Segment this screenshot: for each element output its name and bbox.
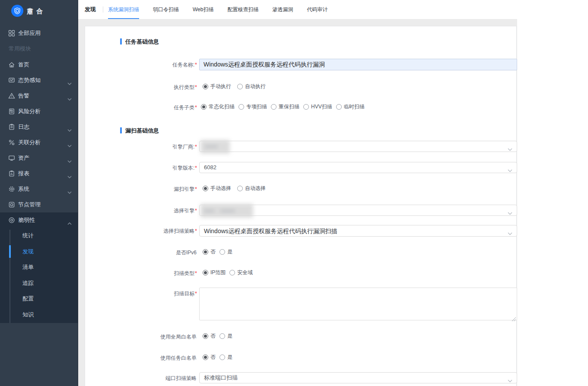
radio-option[interactable]: 是 xyxy=(219,248,232,256)
sidebar-subitem-inventory[interactable]: 清单 xyxy=(0,259,78,275)
content-background: 任务基础信息 任务名称:* 执行类型* 手动执行自动执行 任务子类* 常态化扫描… xyxy=(78,19,517,386)
home-icon xyxy=(8,61,15,68)
form-panel: 任务基础信息 任务名称:* 执行类型* 手动执行自动执行 任务子类* 常态化扫描… xyxy=(85,26,517,386)
sidebar-item-logs[interactable]: 日志 xyxy=(0,119,78,135)
brand-shield-icon xyxy=(11,5,23,17)
sidebar-subitem-tracking[interactable]: 追踪 xyxy=(0,275,78,291)
radio-unselected-icon xyxy=(219,354,225,360)
chevron-down-icon xyxy=(67,95,72,97)
radio-option[interactable]: 否 xyxy=(203,332,216,340)
sidebar-item-system[interactable]: 系统 xyxy=(0,181,78,197)
radio-option[interactable]: 自动选择 xyxy=(237,185,266,192)
radio-option[interactable]: 临时扫描 xyxy=(336,103,365,111)
radio-unselected-icon xyxy=(219,249,225,255)
sidebar-item-alerts[interactable]: 告警 xyxy=(0,88,78,104)
radio-option[interactable]: 否 xyxy=(203,248,216,256)
radio-unselected-icon xyxy=(238,104,244,110)
chevron-down-icon xyxy=(508,145,512,148)
sidebar-subitem-discovery[interactable]: 发现 xyxy=(0,244,78,259)
radio-option[interactable]: 否 xyxy=(203,354,216,361)
sidebar-section-label: 常用模块 xyxy=(9,45,31,53)
sidebar-item-all-apps[interactable]: 全部应用 xyxy=(0,27,78,40)
radio-unselected-icon xyxy=(303,104,309,110)
report-doc-icon xyxy=(8,170,15,177)
engine-vendor-select[interactable] xyxy=(199,141,517,152)
tab-code-audit[interactable]: 代码审计 xyxy=(307,0,327,19)
section-marker xyxy=(120,38,122,44)
section-title-task-info: 任务基础信息 xyxy=(125,38,159,46)
port-policy-select[interactable]: 标准端口扫描 xyxy=(199,372,517,383)
top-tab-bar: 发现 系统漏洞扫描弱口令扫描Web扫描配置核查扫描渗透漏洞代码审计 xyxy=(78,0,588,19)
sidebar-item-reports[interactable]: 报表 xyxy=(0,166,78,181)
tab-config-check-scan[interactable]: 配置核查扫描 xyxy=(227,0,258,19)
chevron-down-icon xyxy=(67,157,72,159)
radio-unselected-icon xyxy=(237,84,243,89)
radio-unselected-icon xyxy=(237,186,243,191)
radio-selected-icon xyxy=(203,354,208,360)
ipv6-radio-group: 否是 xyxy=(203,246,517,257)
sidebar-item-home[interactable]: 首页 xyxy=(0,57,78,73)
monitor-icon xyxy=(8,155,15,161)
sidebar-subitem-knowledge[interactable]: 知识 xyxy=(0,307,78,323)
monitor-wave-icon xyxy=(8,77,15,84)
radio-selected-icon xyxy=(203,249,208,255)
radio-unselected-icon xyxy=(271,104,277,110)
task-subtype-radio-group: 常态化扫描专项扫描重保扫描HVV扫描临时扫描 xyxy=(201,101,517,112)
radio-unselected-icon xyxy=(219,333,225,339)
tab-weak-password-scan[interactable]: 弱口令扫描 xyxy=(153,0,179,19)
sidebar-item-vulnerability[interactable]: 脆弱性 xyxy=(0,212,78,228)
risk-doc-icon xyxy=(8,108,15,115)
sidebar-item-assets[interactable]: 资产 xyxy=(0,150,78,166)
target-icon xyxy=(8,217,15,224)
radio-option[interactable]: 是 xyxy=(219,332,232,340)
task-name-input[interactable] xyxy=(199,59,517,70)
exec-type-radio-group: 手动执行自动执行 xyxy=(203,81,517,92)
scan-policy-select[interactable]: Windows远程桌面授权服务远程代码执行漏洞扫描 xyxy=(199,225,517,237)
radio-option[interactable]: 常态化扫描 xyxy=(201,103,235,111)
sidebar-item-situation-awareness[interactable]: 态势感知 xyxy=(0,73,78,88)
chevron-down-icon xyxy=(67,126,72,128)
global-whitelist-radio-group: 否是 xyxy=(203,330,517,342)
chevron-down-icon xyxy=(67,141,72,144)
section-marker xyxy=(120,127,122,133)
title-separator xyxy=(103,6,103,13)
sidebar-subitem-statistics[interactable]: 统计 xyxy=(0,228,78,244)
percent-link-icon xyxy=(8,139,15,146)
alert-triangle-icon xyxy=(8,92,15,99)
sidebar-item-risk-analysis[interactable]: 风险分析 xyxy=(0,104,78,119)
chevron-down-icon xyxy=(67,172,72,175)
select-engine-select[interactable] xyxy=(199,205,517,216)
sidebar-item-correlation-analysis[interactable]: 关联分析 xyxy=(0,135,78,150)
tab-web-scan[interactable]: Web扫描 xyxy=(193,0,213,19)
scan-target-textarea[interactable] xyxy=(199,288,517,320)
chevron-down-icon xyxy=(508,229,512,232)
sidebar-subitem-configuration[interactable]: 配置 xyxy=(0,291,78,307)
redacted-vendor-value xyxy=(200,140,230,154)
radio-option[interactable]: 重保扫描 xyxy=(271,103,299,111)
engine-version-select[interactable]: 6082 xyxy=(199,162,517,173)
tab-system-vuln-scan[interactable]: 系统漏洞扫描 xyxy=(108,0,139,19)
clipboard-icon xyxy=(8,123,15,130)
sidebar-item-label: 全部应用 xyxy=(18,27,41,40)
chevron-down-icon xyxy=(508,209,512,212)
tab-penetration-vuln[interactable]: 渗透漏洞 xyxy=(272,0,293,19)
radio-option[interactable]: 手动执行 xyxy=(203,83,231,90)
chevron-down-icon xyxy=(508,377,512,380)
section-title-scan-info: 漏扫基础信息 xyxy=(125,127,159,135)
sidebar-item-node-management[interactable]: 节点管理 xyxy=(0,197,78,212)
radio-option[interactable]: HVV扫描 xyxy=(303,103,332,111)
gear-icon xyxy=(8,186,15,193)
radio-option[interactable]: 手动选择 xyxy=(203,185,231,192)
brand-name: 肅合 xyxy=(27,7,46,16)
radio-selected-icon xyxy=(203,270,208,275)
radio-option[interactable]: 是 xyxy=(219,354,232,361)
radio-option[interactable]: 专项扫描 xyxy=(238,103,267,111)
radio-option[interactable]: IP范围 xyxy=(203,269,226,276)
scan-type-radio-group: IP范围安全域 xyxy=(203,267,517,278)
radio-selected-icon xyxy=(203,186,208,191)
chevron-down-icon xyxy=(508,166,512,169)
radio-option[interactable]: 自动执行 xyxy=(237,83,266,90)
engine-mode-radio-group: 手动选择自动选择 xyxy=(203,183,517,194)
node-box-icon xyxy=(8,201,15,208)
radio-option[interactable]: 安全域 xyxy=(229,269,253,276)
